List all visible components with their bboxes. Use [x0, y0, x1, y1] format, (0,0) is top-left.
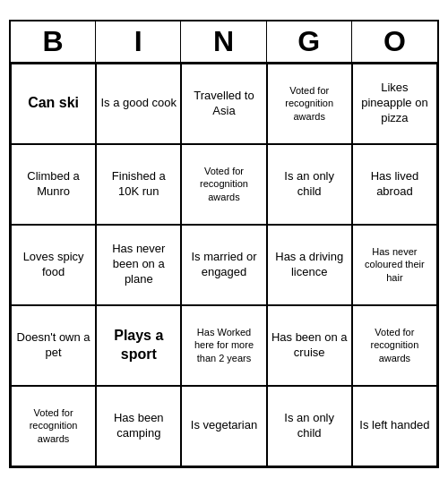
bingo-cell-0[interactable]: Can ski: [11, 64, 96, 144]
bingo-cell-2[interactable]: Travelled to Asia: [181, 64, 266, 144]
bingo-cell-3[interactable]: Voted for recognition awards: [267, 64, 352, 144]
bingo-cell-5[interactable]: Climbed a Munro: [11, 144, 96, 225]
bingo-cell-21[interactable]: Has been camping: [96, 386, 181, 466]
bingo-letter-i: I: [96, 21, 181, 62]
bingo-cell-4[interactable]: Likes pineapple on pizza: [352, 64, 437, 144]
bingo-letter-g: G: [267, 21, 352, 62]
bingo-letter-b: B: [11, 21, 96, 62]
bingo-cell-19[interactable]: Voted for recognition awards: [352, 305, 437, 386]
bingo-cell-20[interactable]: Voted for recognition awards: [11, 386, 96, 466]
bingo-grid: Can skiIs a good cookTravelled to AsiaVo…: [11, 64, 437, 466]
bingo-cell-9[interactable]: Has lived abroad: [352, 144, 437, 225]
bingo-cell-12[interactable]: Is married or engaged: [181, 225, 266, 305]
bingo-cell-11[interactable]: Has never been on a plane: [96, 225, 181, 305]
bingo-cell-8[interactable]: Is an only child: [267, 144, 352, 225]
bingo-card: BINGO Can skiIs a good cookTravelled to …: [9, 20, 439, 468]
bingo-cell-22[interactable]: Is vegetarian: [181, 386, 266, 466]
bingo-cell-16[interactable]: Plays a sport: [96, 305, 181, 386]
bingo-cell-23[interactable]: Is an only child: [267, 386, 352, 466]
bingo-letter-o: O: [352, 21, 437, 62]
bingo-cell-6[interactable]: Finished a 10K run: [96, 144, 181, 225]
bingo-cell-7[interactable]: Voted for recognition awards: [181, 144, 266, 225]
bingo-cell-15[interactable]: Doesn't own a pet: [11, 305, 96, 386]
bingo-cell-1[interactable]: Is a good cook: [96, 64, 181, 144]
bingo-cell-24[interactable]: Is left handed: [352, 386, 437, 466]
bingo-cell-13[interactable]: Has a driving licence: [267, 225, 352, 305]
bingo-cell-10[interactable]: Loves spicy food: [11, 225, 96, 305]
bingo-cell-14[interactable]: Has never coloured their hair: [352, 225, 437, 305]
bingo-letter-n: N: [181, 21, 266, 62]
bingo-cell-18[interactable]: Has been on a cruise: [267, 305, 352, 386]
bingo-header: BINGO: [11, 21, 437, 64]
bingo-cell-17[interactable]: Has Worked here for more than 2 years: [181, 305, 266, 386]
